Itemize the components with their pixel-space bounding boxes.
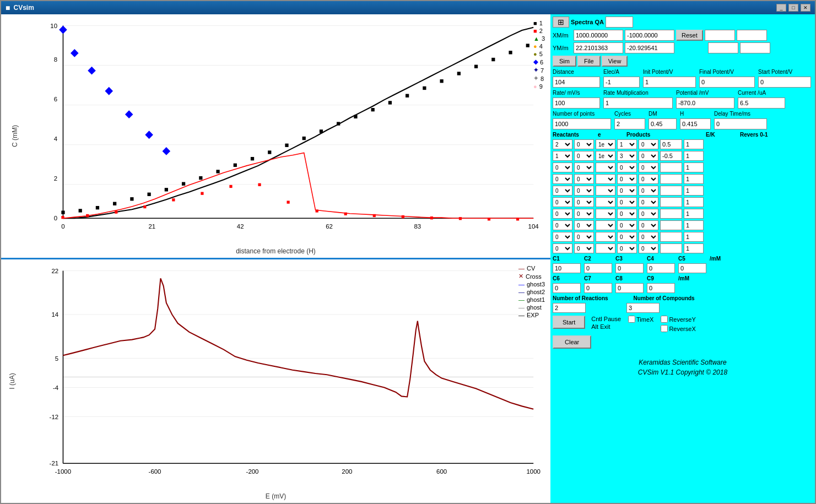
init-potent-input[interactable]: 1 — [643, 77, 696, 88]
r1-6[interactable]: 0 — [553, 209, 572, 219]
e-4[interactable] — [596, 186, 615, 196]
start-button[interactable]: Start — [553, 316, 585, 329]
rev-2[interactable] — [684, 162, 704, 172]
r1-0[interactable]: 2013 — [553, 139, 572, 149]
c8-input[interactable] — [615, 283, 644, 293]
p2-2[interactable]: 0 — [639, 162, 658, 172]
ek-1[interactable] — [660, 151, 682, 161]
p1-0[interactable]: 1023 — [617, 139, 637, 149]
final-potent-input[interactable]: 0 — [699, 77, 755, 88]
rev-6[interactable] — [684, 209, 704, 219]
e-2[interactable] — [596, 162, 615, 172]
c5-input[interactable] — [678, 263, 706, 273]
r1-1[interactable]: 102 — [553, 151, 572, 161]
ek-3[interactable] — [660, 174, 682, 184]
ek-8[interactable] — [660, 232, 682, 242]
p2-8[interactable]: 0 — [639, 232, 658, 242]
start-potent-input[interactable] — [758, 77, 811, 88]
rate-mult-input[interactable] — [603, 97, 673, 109]
npoints-input[interactable] — [553, 118, 611, 129]
num-reactions-input[interactable] — [553, 303, 586, 313]
rev-3[interactable] — [684, 174, 704, 184]
e-6[interactable] — [596, 209, 615, 219]
tab-file[interactable]: File — [577, 56, 601, 67]
r2-9[interactable]: 0 — [574, 243, 594, 253]
timex-checkbox[interactable] — [628, 316, 635, 323]
minimize-button[interactable]: _ — [776, 4, 786, 12]
ym-input1[interactable]: 22.2101363 — [574, 42, 623, 53]
p2-1[interactable]: 01 — [639, 151, 658, 161]
p2-6[interactable]: 0 — [639, 209, 658, 219]
c6-input[interactable] — [553, 283, 581, 293]
r2-1[interactable]: 01 — [574, 151, 594, 161]
e-5[interactable] — [596, 197, 615, 207]
reversex-checkbox[interactable] — [661, 325, 668, 332]
p2-9[interactable]: 0 — [639, 243, 658, 253]
p1-3[interactable]: 0 — [617, 174, 637, 184]
rev-5[interactable] — [684, 197, 704, 207]
reset-button[interactable]: Reset — [676, 30, 703, 41]
r2-0[interactable]: 012 — [574, 139, 594, 149]
distance-input[interactable]: 104 — [553, 77, 600, 88]
tab-sim[interactable]: Sim — [553, 56, 576, 67]
e-3[interactable] — [596, 174, 615, 184]
clear-button[interactable]: Clear — [553, 335, 591, 349]
rev-7[interactable] — [684, 220, 704, 230]
ek-2[interactable] — [660, 162, 682, 172]
xm-input2[interactable]: -1000.0000 — [625, 30, 674, 41]
r1-9[interactable]: 0 — [553, 243, 572, 253]
rev-9[interactable] — [684, 243, 704, 253]
r2-2[interactable]: 0 — [574, 162, 594, 172]
ym-input3[interactable] — [708, 42, 738, 53]
p2-4[interactable]: 0 — [639, 186, 658, 196]
p1-7[interactable]: 0 — [617, 220, 637, 230]
maximize-button[interactable]: □ — [788, 4, 798, 12]
c9-input[interactable] — [647, 283, 675, 293]
p2-3[interactable]: 0 — [639, 174, 658, 184]
e-1[interactable]: 1e02e — [596, 151, 615, 161]
c4-input[interactable] — [647, 263, 675, 273]
p1-5[interactable]: 0 — [617, 197, 637, 207]
ek-4[interactable] — [660, 186, 682, 196]
p1-6[interactable]: 0 — [617, 209, 637, 219]
tab-view[interactable]: View — [602, 56, 628, 67]
p1-8[interactable]: 0 — [617, 232, 637, 242]
potential-input[interactable] — [676, 97, 734, 109]
r2-5[interactable]: 0 — [574, 197, 594, 207]
rev-8[interactable] — [684, 232, 704, 242]
rev-0[interactable] — [684, 139, 704, 149]
num-compounds-input[interactable] — [626, 303, 660, 313]
r1-3[interactable]: 0 — [553, 174, 572, 184]
cycles-input[interactable] — [614, 118, 645, 129]
e-8[interactable] — [596, 232, 615, 242]
r1-7[interactable]: 0 — [553, 220, 572, 230]
elec-input[interactable]: -1 — [603, 77, 640, 88]
rev-1[interactable] — [684, 151, 704, 161]
icon-button[interactable]: ⊞ — [553, 17, 569, 28]
p1-4[interactable]: 0 — [617, 186, 637, 196]
p2-7[interactable]: 0 — [639, 220, 658, 230]
r1-5[interactable]: 0 — [553, 197, 572, 207]
reversey-checkbox[interactable] — [661, 316, 668, 323]
ym-input2[interactable]: -20.929541 — [625, 42, 674, 53]
r1-2[interactable]: 0 — [553, 162, 572, 172]
rate-input[interactable] — [553, 97, 600, 109]
ek-0[interactable] — [660, 139, 682, 149]
p1-1[interactable]: 3012 — [617, 151, 637, 161]
r2-4[interactable]: 0 — [574, 186, 594, 196]
h-input[interactable] — [680, 118, 711, 129]
p1-9[interactable]: 0 — [617, 243, 637, 253]
r2-7[interactable]: 0 — [574, 220, 594, 230]
r2-8[interactable]: 0 — [574, 232, 594, 242]
xm-input1[interactable]: 1000.00000 — [574, 30, 623, 41]
close-button[interactable]: ✕ — [801, 4, 810, 12]
ek-7[interactable] — [660, 220, 682, 230]
timex-checkbox-label[interactable]: TimeX — [628, 316, 653, 323]
r2-3[interactable]: 0 — [574, 174, 594, 184]
spectra-qa-input1[interactable] — [606, 17, 633, 28]
p2-0[interactable]: 012 — [639, 139, 658, 149]
reversex-checkbox-label[interactable]: ReverseX — [661, 325, 695, 332]
delay-input[interactable] — [714, 118, 767, 129]
rev-4[interactable] — [684, 186, 704, 196]
reversey-checkbox-label[interactable]: ReverseY — [661, 316, 695, 323]
